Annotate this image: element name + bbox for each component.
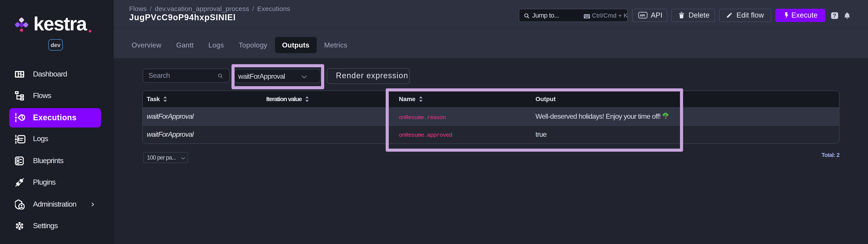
svg-text:API: API <box>640 13 645 18</box>
